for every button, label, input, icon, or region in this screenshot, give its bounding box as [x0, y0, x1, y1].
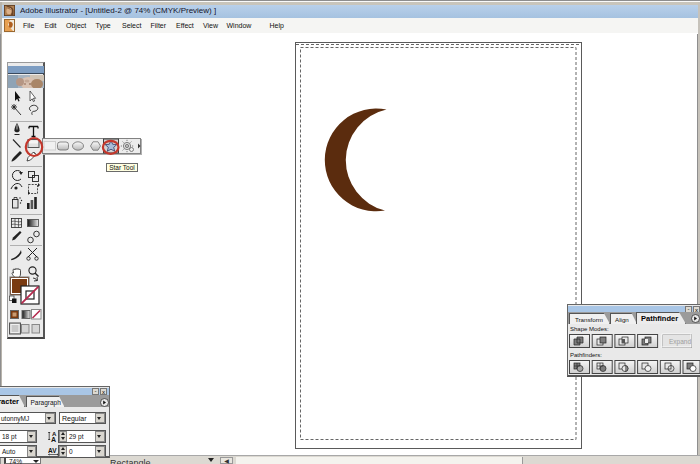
svg-text:AV: AV [48, 447, 57, 454]
svg-text:Expand: Expand [669, 338, 691, 346]
svg-text:A: A [51, 436, 56, 442]
